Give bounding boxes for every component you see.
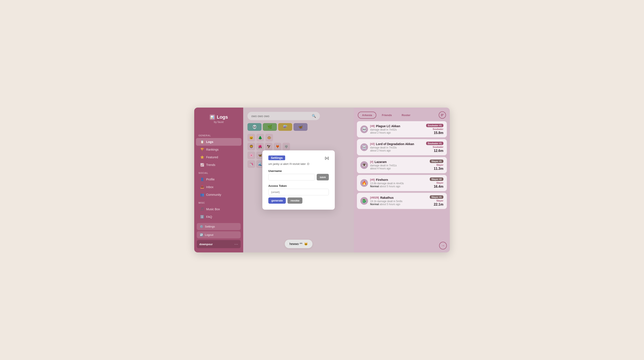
tab-arkesia[interactable]: Arkesia (358, 112, 376, 119)
card-name-4: Rakathus (380, 196, 394, 200)
section-general-label: General (194, 134, 243, 137)
card-name-3: Firehorn (376, 178, 388, 182)
generate-token-button[interactable]: generate (268, 198, 286, 204)
sidebar-item-profile[interactable]: 👤 Profile (196, 176, 242, 183)
app-subtitle: by faust (214, 120, 224, 124)
card-info-4: [#9329] Rakathus 19.1b damage dealt in 5… (370, 196, 428, 206)
card-dps-4: 22.1m (434, 202, 444, 206)
access-token-input[interactable] (268, 189, 329, 195)
user-menu-dots[interactable]: ⋯ (234, 242, 238, 246)
next-page-button[interactable]: → (439, 242, 447, 250)
card-top-3: [#0] Firehorn (370, 178, 428, 182)
tab-roster[interactable]: Roster (398, 112, 415, 119)
card-sub-4: 19.1b damage dealt in 5m9s Normal about … (370, 200, 428, 206)
card-spec-4: Slayer (436, 200, 444, 202)
settings-btn-icon: ⚙️ (200, 225, 203, 228)
card-spec-1: Souleater (433, 146, 444, 148)
card-rank-2: [#] (370, 160, 373, 164)
section-misc-label: Misc (194, 202, 243, 204)
card-name-0: Plague LC Akkan (376, 124, 400, 128)
rankings-icon: 🏆 (200, 148, 204, 152)
logo-icon: 📊 (210, 114, 215, 120)
main-content: owo owo owo 🔍 💀 🌿 ⚗️ 🦋 🐱 🌲 🐵 🦁 🌺 🦅 🦊 🐺 � (243, 108, 354, 252)
settings-title: Settings (268, 156, 285, 160)
card-rank-4: [#9329] (370, 196, 379, 199)
boss-icon-4: 🐉 (360, 197, 368, 205)
card-right-3: Slayer #2 Slayer 16.4m (430, 178, 444, 188)
featured-icon: ⭐ (200, 155, 204, 159)
card-top-4: [#9329] Rakathus (370, 196, 428, 200)
app-container: 📊 Logs by faust General 📋 Logs 🏆 Ranking… (194, 108, 450, 252)
log-card-1[interactable]: ☠️ [#2] Lord of Degradation Akkan damage… (357, 139, 447, 155)
boss-icon-2: 👁️ (360, 161, 368, 169)
card-badge-3: Slayer #2 (430, 178, 444, 181)
log-card-4[interactable]: 🐉 [#9329] Rakathus 19.1b damage dealt in… (357, 193, 447, 209)
card-name-2: Lazaram (374, 160, 387, 164)
card-info-1: [#2] Lord of Degradation Akkan damage de… (370, 142, 424, 152)
sort-icon (440, 113, 444, 117)
card-badge-2: Slayer #1 (430, 160, 444, 163)
sidebar: 📊 Logs by faust General 📋 Logs 🏆 Ranking… (194, 108, 243, 252)
right-panel: Arkesia Friends Roster 💀 [#8] Plague LC … (354, 108, 450, 252)
sidebar-item-featured[interactable]: ⭐ Featured (196, 153, 242, 161)
settings-close-button[interactable]: [x] (325, 156, 329, 160)
username-input[interactable]: downpour (268, 174, 315, 180)
sidebar-item-trends[interactable]: 📈 Trends (196, 161, 242, 169)
token-buttons-row: generate revoke (268, 198, 329, 204)
community-icon: 👥 (200, 193, 204, 196)
card-badge-1: Souleater #1 (426, 142, 444, 145)
settings-modal-overlay: Settings [x] um janky ui alert i'll revi… (243, 108, 354, 252)
card-rank-3: [#0] (370, 178, 374, 181)
username-save-button[interactable]: save (317, 174, 329, 180)
card-name-1: Lord of Degradation Akkan (376, 142, 414, 146)
card-rank-1: [#2] (370, 142, 374, 146)
card-top-0: [#8] Plague LC Akkan (370, 124, 424, 128)
card-badge-4: Slayer #1 (430, 195, 444, 199)
card-top-1: [#2] Lord of Degradation Akkan (370, 142, 424, 146)
faq-icon: ℹ️ (200, 215, 204, 219)
app-title: 📊 Logs (210, 114, 228, 120)
card-info-2: [#] Lazaram damage dealt in 7m51s about … (370, 160, 428, 170)
log-card-0[interactable]: 💀 [#8] Plague LC Akkan damage dealt in 7… (357, 121, 447, 138)
card-dps-3: 16.4m (434, 185, 444, 188)
logs-icon: 📋 (200, 140, 204, 144)
pagination-row: → (354, 240, 450, 252)
section-social-label: Social (194, 172, 243, 174)
sidebar-item-inbox[interactable]: 📥 Inbox (196, 183, 242, 191)
musicbox-icon: 🎵 (200, 207, 204, 211)
username-input-row: downpour save (268, 174, 329, 180)
log-cards-list: 💀 [#8] Plague LC Akkan damage dealt in 7… (354, 121, 450, 240)
sidebar-item-musicbox[interactable]: 🎵 Music Box (196, 205, 242, 213)
card-right-4: Slayer #1 Slayer 22.1m (430, 195, 444, 206)
card-sub-3: 13.8b damage dealt in 4m43s Normal about… (370, 182, 428, 188)
settings-alert-text: um janky ui alert i'll revisit later :D (268, 162, 329, 166)
revoke-token-button[interactable]: revoke (288, 198, 302, 204)
sidebar-item-logs[interactable]: 📋 Logs (196, 138, 242, 146)
sidebar-username: downpour (199, 243, 213, 246)
boss-icon-0: 💀 (360, 126, 368, 133)
card-badge-0: Souleater #1 (426, 124, 444, 127)
card-spec-2: Slayer (436, 164, 444, 166)
settings-modal: Settings [x] um janky ui alert i'll revi… (262, 150, 335, 210)
sort-icon-button[interactable] (439, 112, 446, 119)
card-right-0: Souleater #1 Souleater 15.8m (426, 124, 444, 135)
card-dps-0: 15.8m (434, 131, 444, 135)
inbox-icon: 📥 (200, 185, 204, 189)
log-card-2[interactable]: 👁️ [#] Lazaram damage dealt in 7m51s abo… (357, 157, 447, 173)
log-card-3[interactable]: 🔥 [#0] Firehorn 13.8b damage dealt in 4m… (357, 175, 447, 191)
card-rank-0: [#8] (370, 124, 374, 128)
settings-button[interactable]: ⚙️ Settings (197, 223, 241, 230)
panel-tabs: Arkesia Friends Roster (354, 108, 450, 121)
tab-friends[interactable]: Friends (378, 112, 396, 119)
card-right-1: Souleater #1 Souleater 12.6m (426, 142, 444, 153)
sidebar-item-rankings[interactable]: 🏆 Rankings (196, 146, 242, 153)
card-sub-1: damage dealt in 7m33s about 2 hours ago (370, 146, 424, 152)
trends-icon: 📈 (200, 163, 204, 167)
sidebar-item-faq[interactable]: ℹ️ FAQ (196, 213, 242, 221)
card-dps-1: 12.6m (434, 149, 444, 153)
sidebar-item-community[interactable]: 👥 Community (196, 191, 242, 198)
logout-btn-icon: ↩️ (200, 233, 203, 236)
logout-button[interactable]: ↩️ Logout (197, 231, 241, 238)
card-spec-0: Souleater (433, 128, 444, 130)
access-token-field-label: Access Token (268, 184, 329, 188)
